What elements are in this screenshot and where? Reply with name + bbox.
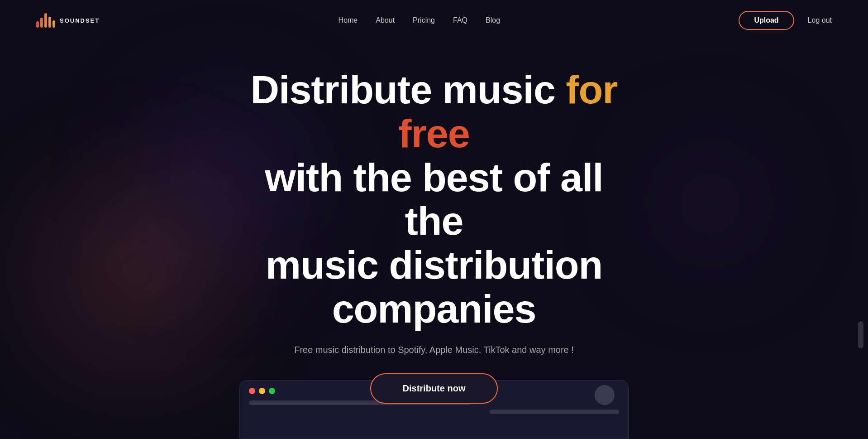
hero-title-line3: music distribution — [266, 242, 603, 287]
nav-item-faq[interactable]: FAQ — [453, 16, 467, 24]
nav-link-about[interactable]: About — [376, 16, 395, 24]
distribute-now-button[interactable]: Distribute now — [370, 373, 498, 404]
nav-item-about[interactable]: About — [376, 16, 395, 24]
logo-bar-4 — [48, 17, 51, 28]
logo-text: SOUNDSET — [60, 17, 100, 24]
hero-section: Distribute music for free with the best … — [0, 41, 868, 422]
hero-title-start: Distribute music — [250, 67, 566, 112]
nav-item-home[interactable]: Home — [339, 16, 358, 24]
logo[interactable]: SOUNDSET — [36, 13, 100, 28]
navbar: SOUNDSET Home About Pricing FAQ Blog Upl… — [0, 0, 868, 41]
upload-button[interactable]: Upload — [739, 11, 794, 30]
logo-bar-5 — [52, 20, 55, 28]
nav-link-blog[interactable]: Blog — [486, 16, 500, 24]
hero-title: Distribute music for free with the best … — [230, 68, 638, 331]
hero-title-line4: companies — [332, 286, 536, 331]
logo-bar-3 — [44, 13, 47, 28]
hero-subtitle: Free music distribution to Spotify, Appl… — [294, 345, 574, 355]
nav-link-faq[interactable]: FAQ — [453, 16, 467, 24]
hero-title-line2: with the best of all the — [265, 155, 603, 244]
logo-bar-2 — [40, 18, 43, 28]
nav-right: Upload Log out — [739, 11, 832, 30]
nav-link-home[interactable]: Home — [339, 16, 358, 24]
nav-link-pricing[interactable]: Pricing — [413, 16, 435, 24]
hero-title-for: for — [566, 67, 617, 112]
nav-links: Home About Pricing FAQ Blog — [339, 16, 500, 24]
logo-icon — [36, 13, 55, 28]
nav-item-pricing[interactable]: Pricing — [413, 16, 435, 24]
logo-bar-1 — [36, 21, 39, 28]
hero-title-free: free — [398, 111, 469, 156]
nav-item-blog[interactable]: Blog — [486, 16, 500, 24]
logout-button[interactable]: Log out — [808, 16, 832, 24]
